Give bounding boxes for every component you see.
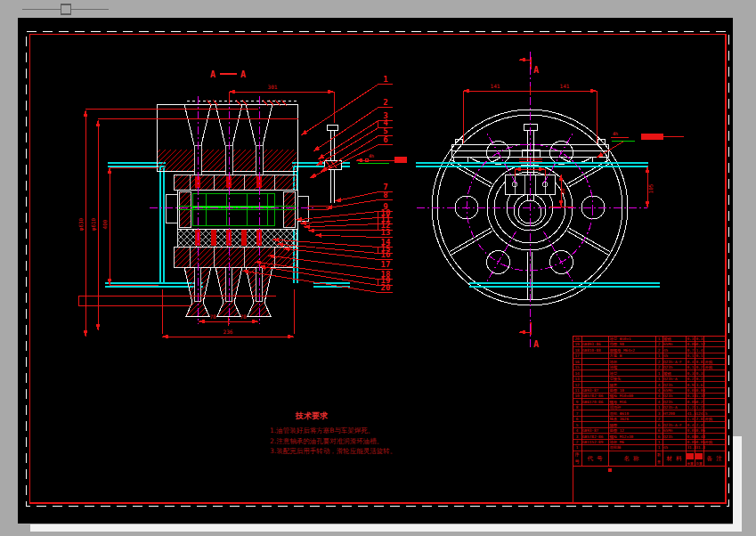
bom-cell: 16: [574, 360, 580, 364]
bom-cell: 124.5: [696, 411, 708, 416]
bom-cell: 3: [576, 434, 579, 439]
dimension-label-left_inner: 400: [102, 219, 108, 229]
bom-cell: 2.4: [696, 423, 703, 427]
bom-cell: 方塞 B: [610, 353, 622, 358]
bom-cell: 0.1: [687, 365, 695, 370]
bom-cell: 0.3: [696, 371, 703, 376]
bom-cell: 0.04: [696, 388, 706, 393]
shaft: [166, 190, 308, 229]
bom-cell: 10: [574, 394, 580, 398]
bom-cell: 垫圈 10: [610, 388, 625, 393]
bom-cell: 0.8: [696, 360, 703, 364]
bom-cell: 6: [658, 423, 661, 427]
bom-cell: Q235-A·F: [663, 360, 682, 364]
bom-cell: 0.7: [687, 348, 695, 353]
dimension-label-bottom_overall: 236: [224, 329, 233, 335]
bom-cell: 油管: [610, 371, 618, 376]
bom-cell: 9: [576, 400, 579, 404]
bom-cell: 0.9: [687, 383, 695, 387]
bom-cell: 油杯 M6: [610, 440, 625, 444]
bom-cell: 0.3: [696, 337, 703, 341]
bom-cell: 0.1: [696, 353, 703, 358]
bom-cell: 油嘴: [610, 365, 618, 370]
bom-cell: 0.2: [696, 365, 703, 370]
bom-cell: 1.2: [696, 405, 703, 410]
bom-cell: 滑轮轴: [610, 445, 622, 450]
bom-cell: GB6170-86: [582, 400, 604, 404]
bom-cell: 1: [658, 405, 661, 410]
bom-cell: 6: [576, 417, 579, 421]
bom-cell: Q235: [663, 400, 673, 404]
section-label-left: A: [210, 69, 215, 79]
bom-cell: 8: [576, 405, 579, 410]
bom-cell: 0.3: [687, 371, 695, 376]
bom-cell: 31.8: [696, 445, 706, 450]
callout-leader: [308, 231, 378, 231]
tech-requirements-title: 技术要求: [295, 411, 329, 420]
bom-cell: Q235: [663, 434, 673, 439]
bom-cell: GB810-88: [582, 348, 601, 353]
weld-label-left: 4h: [369, 153, 374, 158]
bom-cell: 0.3: [687, 337, 695, 341]
bom-cell: 11: [574, 388, 580, 393]
bom-cell: 4: [658, 388, 661, 393]
bom-header-name: 名 称: [624, 455, 639, 462]
bom-header-material: 材 料: [666, 455, 682, 462]
callout-number: 8: [383, 191, 387, 199]
bom-cell: 0.2: [696, 400, 703, 404]
bom-cell: 14: [574, 371, 580, 376]
bom-cell: 13: [574, 377, 580, 381]
bom-cell: GB5782-86: [582, 434, 604, 439]
bom-cell: GB93-87: [582, 428, 599, 433]
bom-cell: 油管 Φ10×1: [610, 337, 632, 341]
canvas-edge-highlight-bottom: [30, 524, 742, 532]
bom-header-seq: 序: [575, 451, 580, 458]
weld-label-right: 4h: [613, 131, 618, 136]
bom-cell: 2: [658, 360, 661, 364]
bom-cell: 17: [574, 353, 580, 358]
bom-cell: 6: [658, 428, 661, 433]
bom-header-code: 代 号: [587, 455, 603, 462]
bom-cell: 1: [658, 371, 661, 376]
bom-cell: Q235: [663, 394, 673, 398]
bom-cell: 3: [658, 411, 661, 416]
callout-number: 16: [381, 250, 391, 259]
bom-cell: GB93-87: [582, 388, 599, 393]
bom-cell: 管接头: [610, 377, 622, 381]
bom-cell: 2: [658, 342, 661, 346]
bom-cell: 0.48: [696, 434, 706, 439]
bom-cell: 2: [658, 417, 661, 421]
callout-number: 20: [381, 283, 391, 292]
bom-cell: 0.1: [687, 353, 695, 358]
slider-handle[interactable]: [61, 4, 71, 14]
bom-cell: 0.2: [687, 377, 695, 381]
callout-number: 13: [381, 228, 391, 237]
bom-cell: Q235-A: [663, 405, 678, 410]
cad-drawing: A A: [0, 0, 756, 536]
bom-cell: Q235-A: [663, 377, 678, 381]
section-marker-top-label: A: [533, 65, 539, 75]
bom-cell: 2: [576, 440, 579, 444]
section-label-right: A: [240, 69, 246, 79]
bom-cell: 1: [658, 445, 661, 450]
bom-header-qty: 数: [657, 452, 661, 457]
tech-requirement-item: 2.注意轴承的油孔要对准润滑环油槽。: [270, 437, 383, 445]
bom-cell: 0.4: [687, 423, 695, 427]
bom-header-seq: 号: [575, 459, 580, 464]
bom-cell: 2: [658, 365, 661, 370]
weld-symbol-block: [394, 157, 407, 163]
dimension-label-rv_hub: 30: [559, 188, 565, 195]
bom-cell: GB893-86: [582, 342, 601, 346]
bom-cell: 45: [663, 353, 669, 358]
bom-cell: 1: [658, 377, 661, 381]
bom-cell: 7: [576, 411, 579, 416]
dimension-label-rv_top_right: 141: [560, 83, 570, 89]
bom-cell: 65Mn: [663, 342, 673, 346]
weld-symbol-block: [641, 134, 663, 140]
bom-header-weight-total: 总重: [695, 461, 703, 466]
bom-cell: 3.6: [696, 383, 703, 387]
bom-cell: 1.4: [696, 348, 703, 353]
application-window: A A: [0, 0, 756, 536]
bom-cell: 1.4: [687, 417, 695, 421]
hub-band-upper: [174, 175, 297, 190]
